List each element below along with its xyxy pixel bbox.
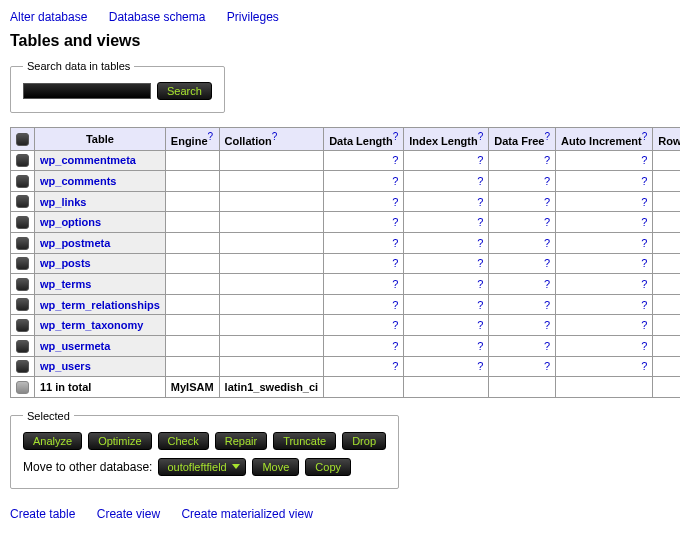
cell-index-length[interactable]: ?	[404, 294, 489, 315]
search-button[interactable]: Search	[157, 82, 212, 100]
row-checkbox[interactable]	[16, 257, 29, 270]
row-checkbox[interactable]	[16, 319, 29, 332]
select-all-checkbox[interactable]	[16, 133, 29, 146]
cell-data-length[interactable]: ?	[324, 274, 404, 295]
row-checkbox[interactable]	[16, 195, 29, 208]
cell-data-length[interactable]: ?	[324, 212, 404, 233]
totals-checkbox[interactable]	[16, 381, 29, 394]
check-button[interactable]: Check	[158, 432, 209, 450]
cell-data-free[interactable]: ?	[489, 191, 556, 212]
col-rows[interactable]: Rows?	[653, 128, 680, 151]
cell-data-length[interactable]: ?	[324, 336, 404, 357]
alter-database-link[interactable]: Alter database	[10, 10, 87, 24]
cell-auto-increment[interactable]: ?	[556, 356, 653, 377]
cell-rows[interactable]: ?	[653, 150, 680, 171]
cell-data-length[interactable]: ?	[324, 233, 404, 254]
cell-auto-increment[interactable]: ?	[556, 171, 653, 192]
repair-button[interactable]: Repair	[215, 432, 267, 450]
row-checkbox[interactable]	[16, 175, 29, 188]
analyze-button[interactable]: Analyze	[23, 432, 82, 450]
cell-data-length[interactable]: ?	[324, 356, 404, 377]
cell-data-length[interactable]: ?	[324, 171, 404, 192]
cell-auto-increment[interactable]: ?	[556, 191, 653, 212]
cell-rows[interactable]: ?	[653, 336, 680, 357]
database-schema-link[interactable]: Database schema	[109, 10, 206, 24]
table-name-link[interactable]: wp_terms	[40, 278, 91, 290]
col-data-free[interactable]: Data Free?	[489, 128, 556, 151]
row-checkbox[interactable]	[16, 298, 29, 311]
cell-data-free[interactable]: ?	[489, 315, 556, 336]
row-checkbox[interactable]	[16, 216, 29, 229]
cell-data-free[interactable]: ?	[489, 274, 556, 295]
table-name-link[interactable]: wp_posts	[40, 257, 91, 269]
cell-index-length[interactable]: ?	[404, 233, 489, 254]
cell-index-length[interactable]: ?	[404, 336, 489, 357]
cell-rows[interactable]: ?	[653, 315, 680, 336]
drop-button[interactable]: Drop	[342, 432, 386, 450]
cell-data-free[interactable]: ?	[489, 212, 556, 233]
row-checkbox[interactable]	[16, 340, 29, 353]
row-checkbox[interactable]	[16, 237, 29, 250]
cell-index-length[interactable]: ?	[404, 356, 489, 377]
cell-data-free[interactable]: ?	[489, 294, 556, 315]
cell-data-free[interactable]: ?	[489, 171, 556, 192]
cell-data-free[interactable]: ?	[489, 150, 556, 171]
cell-auto-increment[interactable]: ?	[556, 274, 653, 295]
cell-rows[interactable]: ?	[653, 212, 680, 233]
cell-rows[interactable]: ?	[653, 191, 680, 212]
move-button[interactable]: Move	[252, 458, 299, 476]
cell-auto-increment[interactable]: ?	[556, 150, 653, 171]
table-name-link[interactable]: wp_term_taxonomy	[40, 319, 143, 331]
cell-data-free[interactable]: ?	[489, 356, 556, 377]
cell-index-length[interactable]: ?	[404, 212, 489, 233]
row-checkbox[interactable]	[16, 154, 29, 167]
cell-rows[interactable]: ?	[653, 274, 680, 295]
col-index-length[interactable]: Index Length?	[404, 128, 489, 151]
cell-data-length[interactable]: ?	[324, 253, 404, 274]
cell-data-free[interactable]: ?	[489, 253, 556, 274]
cell-data-length[interactable]: ?	[324, 294, 404, 315]
col-data-length[interactable]: Data Length?	[324, 128, 404, 151]
table-name-link[interactable]: wp_users	[40, 360, 91, 372]
cell-auto-increment[interactable]: ?	[556, 253, 653, 274]
create-table-link[interactable]: Create table	[10, 507, 75, 521]
table-name-link[interactable]: wp_links	[40, 196, 86, 208]
table-name-link[interactable]: wp_options	[40, 216, 101, 228]
cell-index-length[interactable]: ?	[404, 171, 489, 192]
cell-index-length[interactable]: ?	[404, 274, 489, 295]
cell-data-length[interactable]: ?	[324, 150, 404, 171]
cell-data-length[interactable]: ?	[324, 191, 404, 212]
search-input[interactable]	[23, 83, 151, 99]
row-checkbox[interactable]	[16, 278, 29, 291]
table-name-link[interactable]: wp_postmeta	[40, 237, 110, 249]
cell-rows[interactable]: ?	[653, 253, 680, 274]
cell-auto-increment[interactable]: ?	[556, 336, 653, 357]
optimize-button[interactable]: Optimize	[88, 432, 151, 450]
cell-rows[interactable]: ?	[653, 356, 680, 377]
cell-data-free[interactable]: ?	[489, 336, 556, 357]
col-table[interactable]: Table	[35, 128, 166, 151]
table-name-link[interactable]: wp_commentmeta	[40, 154, 136, 166]
cell-data-free[interactable]: ?	[489, 233, 556, 254]
create-materialized-view-link[interactable]: Create materialized view	[181, 507, 312, 521]
truncate-button[interactable]: Truncate	[273, 432, 336, 450]
table-name-link[interactable]: wp_usermeta	[40, 340, 110, 352]
col-auto-increment[interactable]: Auto Increment?	[556, 128, 653, 151]
database-select[interactable]: outofleftfield	[158, 458, 246, 476]
cell-index-length[interactable]: ?	[404, 253, 489, 274]
cell-auto-increment[interactable]: ?	[556, 233, 653, 254]
col-collation[interactable]: Collation?	[219, 128, 324, 151]
cell-index-length[interactable]: ?	[404, 150, 489, 171]
create-view-link[interactable]: Create view	[97, 507, 160, 521]
cell-data-length[interactable]: ?	[324, 315, 404, 336]
cell-rows[interactable]: ?	[653, 294, 680, 315]
copy-button[interactable]: Copy	[305, 458, 351, 476]
cell-auto-increment[interactable]: ?	[556, 315, 653, 336]
cell-rows[interactable]: ?	[653, 171, 680, 192]
row-checkbox[interactable]	[16, 360, 29, 373]
cell-rows[interactable]: ?	[653, 233, 680, 254]
cell-auto-increment[interactable]: ?	[556, 294, 653, 315]
cell-auto-increment[interactable]: ?	[556, 212, 653, 233]
table-name-link[interactable]: wp_comments	[40, 175, 116, 187]
col-engine[interactable]: Engine?	[165, 128, 219, 151]
